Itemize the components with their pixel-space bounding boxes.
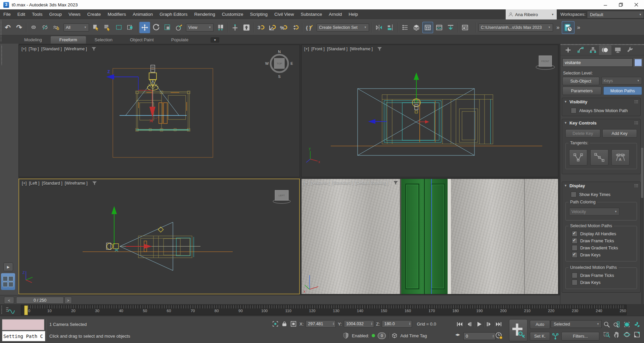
sub-object-level-dropdown[interactable]: Keys ▼: [601, 77, 642, 85]
viewport-menu-renderer[interactable]: [Standard ]: [42, 181, 62, 186]
window-crossing-toggle[interactable]: [125, 22, 136, 33]
maxscript-mini-listener[interactable]: Setting Path C: [2, 331, 45, 341]
object-color-swatch[interactable]: [634, 59, 642, 66]
menu-create[interactable]: Create: [84, 9, 104, 19]
viewport-menu-shading[interactable]: [Wireframe ]: [350, 47, 373, 51]
x-coordinate-field[interactable]: 297.481▲▼: [306, 320, 336, 328]
unlink-selection-icon[interactable]: [40, 22, 50, 33]
key-filters-icon[interactable]: [551, 332, 559, 341]
pan-view-button[interactable]: [612, 330, 622, 339]
selection-lock-icon[interactable]: [281, 321, 287, 327]
select-and-rotate-button[interactable]: [151, 22, 162, 33]
absolute-offset-toggle-icon[interactable]: [289, 320, 297, 328]
minimize-button[interactable]: [598, 0, 613, 9]
zoom-extents-all-button[interactable]: [632, 320, 642, 329]
keyboard-shortcut-override-toggle[interactable]: [241, 22, 252, 33]
ribbon-toggle[interactable]: [422, 22, 433, 33]
bind-to-space-warp-icon[interactable]: [51, 22, 62, 33]
auto-key-button[interactable]: Auto: [530, 320, 550, 329]
viewport-menu-renderer[interactable]: [Standard ]: [327, 47, 348, 51]
maximize-viewport-toggle[interactable]: [632, 330, 642, 339]
modify-tab[interactable]: [574, 45, 587, 55]
workspace-dropdown[interactable]: Default ▼: [587, 11, 644, 18]
snaps-toggle-3d[interactable]: 3: [256, 22, 266, 33]
per-view-filter-icon[interactable]: [92, 181, 97, 186]
menu-animation[interactable]: Animation: [129, 9, 156, 19]
tangent-auto-button[interactable]: [569, 149, 587, 165]
previous-frame-step-button[interactable]: [465, 320, 474, 328]
command-panel-scrollbar[interactable]: [641, 148, 643, 304]
sub-object-button[interactable]: Sub-Object: [562, 77, 599, 85]
time-slider-track[interactable]: < 0 / 250 >: [0, 295, 560, 304]
timeline-ruler[interactable]: 1020304050607080901001101201301401501601…: [21, 305, 627, 315]
degradation-badge[interactable]: 0: [378, 333, 386, 339]
scrollbar-thumb[interactable]: [641, 148, 643, 198]
key-controls-rollout-header[interactable]: ▼ Key Controls: [562, 119, 640, 127]
viewport-menu-general[interactable]: [+]: [21, 47, 26, 51]
toolbar-drag-handle[interactable]: [0, 20, 2, 35]
select-by-name-button[interactable]: [102, 22, 113, 33]
show-key-times-row[interactable]: Show Key Times: [571, 192, 640, 197]
viewport-menu-renderer[interactable]: [Standard ]: [333, 181, 353, 185]
previous-frame-button[interactable]: <: [4, 297, 14, 304]
spinner-arrows-icon[interactable]: ▲▼: [409, 322, 412, 326]
viewport-front[interactable]: [+] [Front ] [Standard ] [Wireframe ]: [301, 45, 558, 177]
viewport-left[interactable]: [+] [Left ] [Standard ] [Wireframe ]: [18, 179, 300, 294]
per-view-filter-icon[interactable]: [377, 47, 382, 51]
go-to-end-button[interactable]: [494, 320, 503, 328]
align-button[interactable]: [385, 22, 396, 33]
ribbon-tab-object-paint[interactable]: Object Paint: [121, 36, 163, 44]
spinner-snap-toggle[interactable]: [290, 22, 301, 33]
key-mode-toggle[interactable]: ◀▶: [455, 333, 460, 336]
mirror-button[interactable]: [374, 22, 384, 33]
dock-drag-handle[interactable]: [1, 45, 3, 65]
listener-splitter[interactable]: [46, 319, 47, 341]
ribbon-tab-freeform[interactable]: Freeform: [51, 36, 86, 44]
named-selection-set-field[interactable]: Create Selection Set ▼: [317, 23, 369, 32]
draw-keys-checkbox[interactable]: [572, 252, 578, 258]
time-tag-cube-icon[interactable]: [392, 333, 398, 339]
draw-keys-row[interactable]: Draw Keys: [572, 252, 635, 258]
menu-group[interactable]: Group: [46, 9, 65, 19]
menu-file[interactable]: File: [0, 9, 14, 19]
set-key-button[interactable]: Set K.: [530, 332, 550, 341]
z-coordinate-field[interactable]: 180.0▲▼: [382, 320, 412, 328]
toolbar-overflow-chevrons[interactable]: »: [554, 24, 561, 31]
select-and-manipulate-button[interactable]: [230, 22, 240, 33]
viewport-menu-pov[interactable]: [Left ]: [29, 181, 39, 186]
percent-snap-toggle[interactable]: %: [278, 22, 289, 33]
menu-civil-view[interactable]: Civil View: [271, 9, 297, 19]
viewport-menu-shading[interactable]: [Wireframe ]: [64, 47, 87, 51]
ribbon-minimize-dropdown[interactable]: ▼: [211, 37, 219, 43]
set-keys-button[interactable]: [509, 319, 527, 341]
current-frame-field[interactable]: 0 ▲▼: [463, 332, 496, 340]
redo-button[interactable]: ↷: [14, 22, 25, 33]
maxscript-macro-recorder[interactable]: [2, 319, 44, 330]
zoom-region-button[interactable]: [602, 330, 611, 339]
render-setup-button[interactable]: [562, 21, 574, 34]
viewport-menu-general[interactable]: [+]: [22, 181, 27, 186]
unselected-draw-keys-row[interactable]: Draw Keys: [572, 280, 635, 285]
utilities-tab[interactable]: [624, 45, 636, 55]
always-show-motion-path-checkbox[interactable]: [571, 108, 577, 113]
orbit-button[interactable]: [622, 330, 632, 339]
always-show-motion-path-row[interactable]: Always Show Motion Path: [571, 108, 640, 113]
undo-button[interactable]: ↶: [2, 22, 13, 33]
render-ribbon-minimize-button[interactable]: [445, 22, 456, 33]
display-all-handles-row[interactable]: Display All Handles: [572, 231, 635, 237]
ribbon-tab-populate[interactable]: Populate: [163, 36, 197, 44]
show-key-times-checkbox[interactable]: [571, 192, 577, 197]
viewport-menu-renderer[interactable]: [Standard ]: [41, 47, 62, 51]
viewport-layout-tabs-button[interactable]: [1, 273, 15, 290]
viewport-menu-pov[interactable]: [Top ]: [29, 47, 39, 51]
next-frame-step-button[interactable]: [485, 320, 493, 328]
spinner-arrows-icon[interactable]: ▲▼: [332, 322, 335, 326]
create-tab[interactable]: [562, 45, 574, 55]
display-all-handles-checkbox[interactable]: [572, 231, 578, 237]
visibility-rollout-header[interactable]: ▼ Visibility: [562, 98, 640, 105]
curve-editor-button[interactable]: [434, 22, 445, 33]
motion-paths-button[interactable]: Motion Paths: [603, 87, 642, 95]
y-coordinate-field[interactable]: 1004.032▲▼: [344, 320, 374, 328]
select-and-place-button[interactable]: [174, 22, 184, 33]
viewport-menu-pov[interactable]: [Front ]: [311, 47, 325, 51]
